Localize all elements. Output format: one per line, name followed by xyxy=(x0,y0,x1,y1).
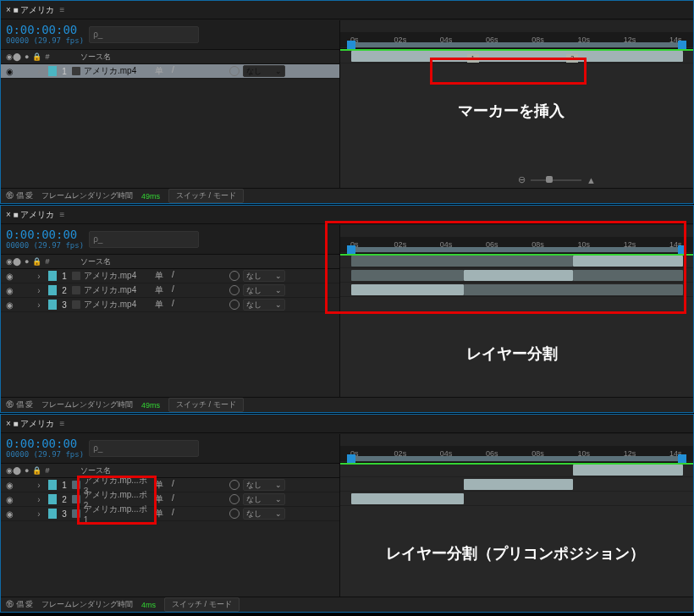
eye-icon[interactable]: ◉ xyxy=(6,300,14,310)
layer-color[interactable] xyxy=(48,66,57,76)
footer-icons[interactable]: ⑯ 倡 愛 xyxy=(6,399,33,410)
clip-out[interactable] xyxy=(351,256,574,267)
clip[interactable] xyxy=(351,284,464,295)
layer-name[interactable]: アメリカ.mp4 xyxy=(84,284,136,296)
current-time[interactable]: 0:00:00:00 xyxy=(6,24,84,36)
layer-row[interactable]: ◉ › 3 アメリカ.mp...ポ 1 单/ なし⌄ xyxy=(1,507,339,521)
search-input[interactable]: ρ_ xyxy=(89,440,199,457)
footer-icons[interactable]: ⑯ 倡 愛 xyxy=(6,190,33,201)
transform-cell[interactable]: 单 xyxy=(155,65,163,77)
clip[interactable] xyxy=(351,493,464,504)
pickwhip-icon[interactable] xyxy=(229,494,240,504)
layer-marker-1[interactable]: 1 xyxy=(467,54,479,63)
transform-cell[interactable]: 单 xyxy=(155,270,163,282)
eye-icon[interactable]: ◉ xyxy=(6,481,14,490)
clip-out[interactable] xyxy=(464,284,683,295)
footer-icons[interactable]: ⑯ 倡 愛 xyxy=(6,599,33,610)
tab-menu-icon[interactable]: ≡ xyxy=(54,210,64,219)
zoom-control[interactable]: ⊖ ▲ xyxy=(518,174,596,185)
work-area[interactable] xyxy=(351,456,683,461)
zoom-in-icon[interactable]: ▲ xyxy=(587,175,596,185)
layer-color[interactable] xyxy=(48,285,57,295)
current-time[interactable]: 0:00:00:00 xyxy=(6,228,84,241)
clip[interactable]: 1 2 xyxy=(351,51,683,62)
timeline-row[interactable] xyxy=(340,254,693,268)
expand-icon[interactable]: › xyxy=(31,300,47,310)
expand-icon[interactable]: › xyxy=(31,272,47,281)
layer-name[interactable]: アメリカ.mp4 xyxy=(84,270,136,282)
time-ruler[interactable]: 0s 02s 04s 06s 08s 10s 12s 14s xyxy=(340,434,693,463)
parent-select[interactable]: なし⌄ xyxy=(243,65,285,77)
layer-color[interactable] xyxy=(48,509,57,519)
clip[interactable] xyxy=(573,256,682,267)
parent-select[interactable]: なし⌄ xyxy=(243,493,285,505)
eye-icon[interactable]: ◉ xyxy=(6,67,14,76)
work-area-end[interactable] xyxy=(678,454,686,463)
transform-cell[interactable]: 单 xyxy=(155,493,163,505)
cti-head[interactable] xyxy=(347,454,355,463)
layer-row[interactable]: ◉ › 2 アメリカ.mp...ポ 2 单/ なし⌄ xyxy=(1,492,339,507)
zoom-out-icon[interactable]: ⊖ xyxy=(518,174,526,185)
layer-row[interactable]: ◉ › 2 アメリカ.mp4 单/ なし⌄ xyxy=(1,283,339,298)
layer-name[interactable]: アメリカ.mp...ポ 1 xyxy=(84,503,151,525)
search-input[interactable]: ρ_ xyxy=(89,231,199,248)
layer-color[interactable] xyxy=(48,494,57,504)
work-area-end[interactable] xyxy=(678,245,686,254)
expand-icon[interactable]: › xyxy=(31,286,47,295)
timeline-row[interactable] xyxy=(340,492,693,506)
timeline-row[interactable]: 1 2 xyxy=(340,49,693,63)
layer-color[interactable] xyxy=(48,271,57,281)
expand-icon[interactable]: › xyxy=(31,481,47,490)
clip[interactable] xyxy=(464,270,573,281)
clip-out[interactable] xyxy=(573,270,682,281)
eye-icon[interactable]: ◉ xyxy=(6,509,14,519)
eye-icon[interactable]: ◉ xyxy=(6,286,14,295)
clip[interactable] xyxy=(573,465,682,476)
layer-row[interactable]: ◉ › 1 アメリカ.mp4 单/ なし⌄ xyxy=(1,64,339,79)
pickwhip-icon[interactable] xyxy=(229,300,240,310)
parent-select[interactable]: なし⌄ xyxy=(243,479,285,491)
expand-icon[interactable]: › xyxy=(31,495,47,504)
eye-icon[interactable]: ◉ xyxy=(6,495,14,504)
clip[interactable] xyxy=(464,479,573,490)
parent-select[interactable]: なし⌄ xyxy=(243,299,285,311)
zoom-slider[interactable] xyxy=(531,179,581,181)
switch-mode-button[interactable]: スイッチ / モード xyxy=(164,597,240,612)
search-input[interactable]: ρ_ xyxy=(89,26,199,43)
pickwhip-icon[interactable] xyxy=(229,271,240,281)
timeline-row[interactable] xyxy=(340,268,693,283)
layer-name[interactable]: アメリカ.mp4 xyxy=(84,299,136,311)
time-ruler[interactable]: 0s 02s 04s 06s 08s 10s 12s 14s xyxy=(340,225,693,254)
transform-cell[interactable]: 单 xyxy=(155,508,163,520)
timeline-row[interactable] xyxy=(340,283,693,297)
tab-menu-icon[interactable]: ≡ xyxy=(54,5,64,14)
layer-name[interactable]: アメリカ.mp4 xyxy=(84,65,136,77)
time-ruler[interactable]: 0s 02s 04s 06s 08s 10s 12s 14s xyxy=(340,20,693,49)
parent-select[interactable]: なし⌄ xyxy=(243,270,285,282)
tab-menu-icon[interactable]: ≡ xyxy=(54,419,64,428)
layer-row[interactable]: ◉ › 1 アメリカ.mp...ポ 3 单/ なし⌄ xyxy=(1,478,339,492)
work-area-end[interactable] xyxy=(678,41,686,49)
timeline-row[interactable] xyxy=(340,463,693,477)
clip-out[interactable] xyxy=(351,270,464,281)
current-time[interactable]: 0:00:00:00 xyxy=(6,437,84,450)
cti-head[interactable] xyxy=(347,245,355,254)
switch-mode-button[interactable]: スイッチ / モード xyxy=(168,189,244,203)
transform-cell[interactable]: 单 xyxy=(155,479,163,491)
layer-color[interactable] xyxy=(48,300,57,310)
pickwhip-icon[interactable] xyxy=(229,285,240,295)
layer-color[interactable] xyxy=(48,480,57,490)
eye-icon[interactable]: ◉ xyxy=(6,272,14,281)
pickwhip-icon[interactable] xyxy=(229,509,240,519)
parent-select[interactable]: なし⌄ xyxy=(243,284,285,296)
expand-icon[interactable]: › xyxy=(31,509,47,519)
layer-row[interactable]: ◉ › 3 アメリカ.mp4 单/ なし⌄ xyxy=(1,298,339,312)
work-area[interactable] xyxy=(351,42,683,47)
work-area[interactable] xyxy=(351,247,683,252)
switch-mode-button[interactable]: スイッチ / モード xyxy=(168,398,244,412)
transform-cell[interactable]: 单 xyxy=(155,299,163,311)
layer-row[interactable]: ◉ › 1 アメリカ.mp4 单/ なし⌄ xyxy=(1,269,339,283)
layer-marker-2[interactable]: 2 xyxy=(566,54,578,63)
transform-cell[interactable]: 单 xyxy=(155,284,163,296)
pickwhip-icon[interactable] xyxy=(229,480,240,490)
